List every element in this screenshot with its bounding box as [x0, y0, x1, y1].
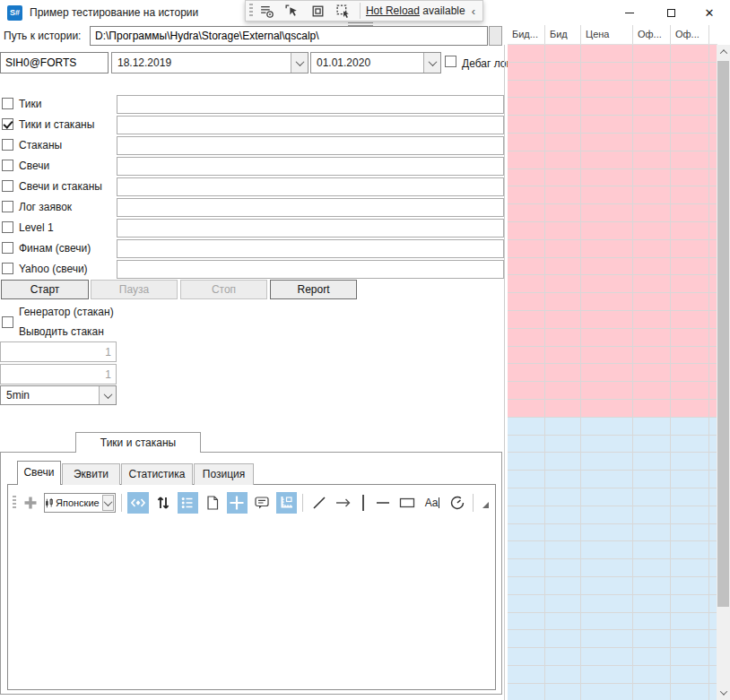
more-icon[interactable]	[479, 494, 491, 512]
source-checkbox[interactable]	[2, 98, 13, 109]
date-to-picker[interactable]: 01.01.2020	[310, 52, 441, 73]
candle-type-dropdown[interactable]	[102, 495, 115, 511]
candle-type-select[interactable]: Японские	[44, 493, 116, 513]
scroll-down-icon[interactable]	[717, 686, 730, 700]
orderbook-column-header[interactable]: Оф...	[633, 25, 671, 44]
annotation-icon[interactable]	[251, 492, 273, 514]
start-button[interactable]: Старт	[1, 280, 89, 299]
text-icon[interactable]: Aa	[421, 492, 443, 514]
pause-button[interactable]: Пауза	[91, 280, 178, 299]
crosshair-icon[interactable]	[227, 492, 248, 514]
orderbook-cell	[633, 275, 671, 293]
minimize-icon	[625, 13, 634, 13]
stop-button[interactable]: Стоп	[180, 280, 267, 299]
orderbook-ask-row	[508, 488, 717, 506]
orderbook-ask-row	[508, 418, 717, 436]
source-checkbox[interactable]	[2, 180, 13, 192]
value2-input[interactable]	[0, 364, 117, 385]
source-checkbox[interactable]	[2, 201, 13, 212]
orderbook-cell	[671, 418, 709, 436]
auto-range-y-icon[interactable]	[152, 492, 174, 514]
report-button[interactable]: Report	[270, 280, 357, 299]
orderbook-cell	[581, 595, 633, 613]
debug-log-checkbox[interactable]	[445, 56, 456, 67]
maximize-button[interactable]	[650, 0, 691, 25]
scrollbar-thumb[interactable]	[717, 61, 729, 607]
source-checkbox[interactable]	[2, 160, 13, 171]
rectangle-icon[interactable]	[397, 492, 419, 514]
orderbook-cell	[581, 541, 633, 559]
trend-line-icon[interactable]	[309, 492, 330, 514]
generator-checkbox[interactable]	[2, 316, 13, 328]
timeframe-dropdown[interactable]	[99, 386, 116, 404]
source-checkbox[interactable]	[2, 118, 13, 130]
orderbook-bid-row	[508, 240, 717, 258]
select-element-icon[interactable]	[281, 2, 303, 20]
orderbook-cell	[671, 524, 709, 542]
result-tab[interactable]: Тики и стаканы	[75, 432, 201, 453]
orderbook-column-header[interactable]: Бид	[545, 25, 581, 44]
orderbook-column-header[interactable]: Бид...	[508, 25, 545, 44]
horizontal-line-icon[interactable]	[372, 492, 394, 514]
arrow-icon[interactable]	[334, 492, 355, 514]
orderbook-cell	[671, 45, 709, 63]
orderbook-column-header[interactable]: Цена	[581, 25, 633, 44]
fit-width-icon[interactable]	[127, 492, 149, 514]
source-checkbox[interactable]	[2, 221, 13, 233]
source-checkbox[interactable]	[2, 139, 13, 151]
orderbook-cell	[633, 541, 671, 559]
orderbook-cell	[545, 81, 581, 99]
source-checkbox[interactable]	[2, 263, 13, 274]
date-to-dropdown[interactable]	[423, 53, 440, 73]
new-pane-icon[interactable]	[202, 492, 223, 514]
toolbar-separator	[473, 494, 474, 512]
maximize-icon	[667, 9, 675, 17]
tab-equity[interactable]: Эквити	[62, 463, 120, 485]
legend-icon[interactable]	[178, 492, 199, 514]
orderbook-cell	[545, 471, 581, 488]
orderbook-cell	[671, 98, 709, 116]
orderbook-cell	[633, 222, 671, 240]
source-checkbox[interactable]	[2, 242, 13, 254]
orderbook-cell	[508, 541, 545, 559]
orderbook-cell	[633, 134, 671, 151]
collapse-chevron-icon[interactable]: ‹	[468, 4, 479, 18]
timeframe-select[interactable]: 5min	[0, 385, 117, 405]
tab-candles[interactable]: Свечи	[17, 461, 61, 485]
security-input[interactable]	[0, 52, 109, 73]
scroll-up-icon[interactable]	[717, 45, 730, 59]
date-from-picker[interactable]: 18.12.2019	[111, 52, 309, 73]
debug-tree-icon[interactable]	[256, 2, 278, 20]
value1-input[interactable]	[0, 341, 117, 362]
orderbook-bid-row	[508, 293, 717, 311]
browse-button[interactable]	[489, 26, 502, 46]
add-icon[interactable]	[20, 492, 41, 514]
orderbook-cell	[508, 311, 545, 329]
orderbook-cell	[545, 275, 581, 293]
toolbar-drag-handle[interactable]	[348, 22, 373, 28]
orderbook-cell	[508, 382, 545, 400]
tab-position[interactable]: Позиция	[194, 463, 254, 485]
gauge-icon[interactable]	[447, 492, 468, 514]
orderbook-cell	[633, 169, 671, 187]
hot-reload-label[interactable]: Hot Reload available	[366, 4, 465, 17]
orderbook-ask-row	[508, 684, 717, 700]
orderbook-cell	[508, 471, 545, 488]
layout-adorners-icon[interactable]	[306, 2, 328, 20]
orderbook-cell	[633, 471, 671, 488]
splitter[interactable]	[504, 45, 505, 700]
track-focus-icon[interactable]	[332, 2, 354, 20]
orderbook-cell	[508, 488, 545, 506]
toolbar-grip[interactable]	[13, 496, 16, 510]
minimize-button[interactable]	[609, 0, 650, 25]
orderbook-cell	[581, 275, 633, 293]
toolbar-grip[interactable]	[249, 4, 253, 18]
close-button[interactable]: ✕	[689, 0, 730, 25]
orderbook-column-header[interactable]: Оф...	[671, 25, 709, 44]
tab-statistics[interactable]: Статистика	[121, 463, 193, 485]
axis-measure-icon[interactable]	[276, 492, 298, 514]
history-path-input[interactable]	[90, 26, 488, 46]
date-from-dropdown[interactable]	[291, 53, 308, 73]
progress-bar	[117, 136, 504, 155]
vertical-scrollbar[interactable]	[717, 45, 730, 700]
